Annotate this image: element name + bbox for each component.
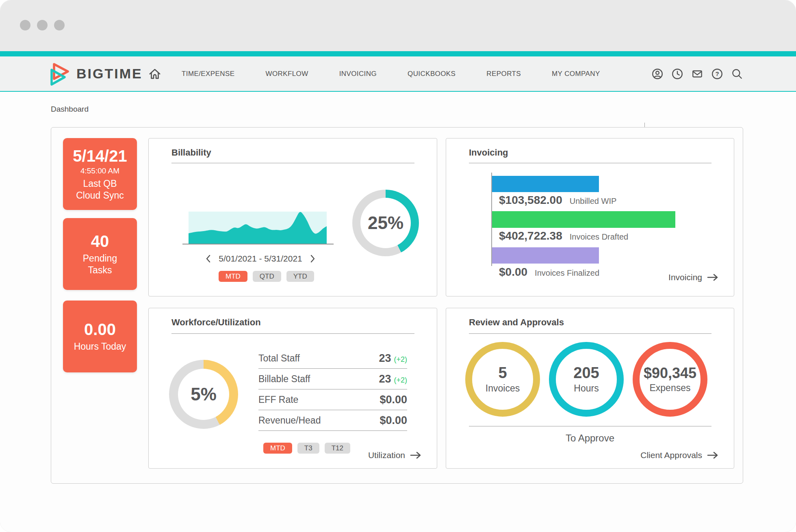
pending-tasks-card[interactable]: 40 Pending Tasks (63, 218, 137, 290)
home-icon (148, 67, 162, 81)
divider (171, 333, 414, 334)
invoices-drafted-amount: $402,722.38 (499, 229, 562, 242)
bigtime-logo[interactable]: BIGTIME (49, 56, 143, 91)
to-approve-caption: To Approve (446, 433, 734, 444)
invoices-finalized-label: Invoices Finalized (535, 268, 599, 278)
workforce-range-buttons: MTD T3 T12 (263, 443, 350, 454)
window-dot (20, 20, 30, 30)
invoicing-title: Invoicing (469, 147, 508, 158)
approval-ring: 5 Invoices (465, 342, 540, 417)
table-row: Billable Staff 23(+2) (258, 369, 407, 389)
window-dot (37, 20, 48, 30)
account-icon[interactable] (651, 67, 664, 80)
date-navigator: 5/01/2021 - 5/31/2021 (206, 254, 315, 264)
sync-label: Last QB Cloud Sync (76, 178, 124, 201)
navbar: BIGTIME TIME/EXPENSE WORKFLOW INVOICING … (0, 56, 796, 92)
invoicing-link[interactable]: Invoicing (668, 272, 718, 282)
nav-item-quickbooks[interactable]: QUICKBOOKS (408, 70, 455, 78)
browser-chrome (0, 0, 796, 51)
t3-button[interactable]: T3 (297, 443, 319, 454)
invoices-to-approve-count: 5 (498, 365, 507, 382)
bar-label-row: $402,722.38 Invoices Drafted (499, 229, 628, 242)
divider (469, 163, 711, 163)
row-delta: (+2) (394, 355, 407, 364)
mail-icon[interactable] (691, 67, 704, 80)
search-icon[interactable] (731, 67, 744, 80)
nav-item-reports[interactable]: REPORTS (486, 70, 521, 78)
divider (469, 426, 711, 426)
breadcrumb: Dashboard (51, 105, 89, 114)
sync-date: 5/14/21 (73, 147, 127, 165)
billability-percent: 25% (360, 198, 411, 248)
sparkline-path (189, 212, 327, 244)
review-approvals-panel: Review and Approvals 5 Invoices 205 Hour… (446, 308, 734, 469)
nav-item-invoicing[interactable]: INVOICING (339, 70, 377, 78)
utilization-link[interactable]: Utilization (368, 450, 421, 460)
utilization-link-label: Utilization (368, 450, 405, 460)
t12-button[interactable]: T12 (325, 443, 350, 454)
table-row: EFF Rate $0.00 (258, 389, 407, 410)
nav-home[interactable] (148, 56, 162, 91)
prev-period-chevron[interactable] (206, 254, 211, 263)
row-value: $0.00 (380, 414, 407, 427)
billability-panel: Billability 5/01/2021 - 5/31/2021 MTD QT… (148, 138, 437, 296)
approval-ring: $90,345 Expenses (633, 342, 707, 417)
billability-area-chart (189, 203, 327, 244)
arrow-right-icon (410, 452, 421, 459)
expenses-to-approve-amount: $90,345 (644, 365, 696, 381)
billability-title: Billability (171, 147, 211, 158)
divider (171, 163, 414, 163)
hours-to-approve-count: 205 (573, 365, 599, 382)
invoice-bar (492, 176, 599, 192)
workforce-donut: 5% (169, 360, 238, 429)
mtd-button[interactable]: MTD (219, 271, 247, 282)
invoice-bar (492, 247, 599, 264)
workforce-table: Total Staff 23(+2) Billable Staff 23(+2)… (258, 348, 407, 431)
chart-baseline (182, 244, 334, 244)
table-row: Total Staff 23(+2) (258, 348, 407, 369)
bar-label-row: $0.00 Invoices Finalized (499, 266, 599, 279)
invoice-bar (492, 211, 675, 228)
nav-item-my-company[interactable]: MY COMPANY (552, 70, 600, 78)
invoicing-panel: Invoicing $103,582.00 Unbilled WIP $402,… (446, 138, 734, 296)
invoices-drafted-label: Invoices Drafted (570, 232, 629, 242)
workforce-percent: 5% (178, 369, 229, 420)
approval-ring: 205 Hours (549, 342, 624, 417)
nav-links: TIME/EXPENSE WORKFLOW INVOICING QUICKBOO… (182, 56, 600, 91)
client-approvals-link-label: Client Approvals (640, 450, 702, 460)
invoices-finalized-amount: $0.00 (499, 266, 527, 279)
window-dot (54, 20, 65, 30)
clock-icon[interactable] (671, 67, 684, 80)
client-approvals-link[interactable]: Client Approvals (640, 450, 718, 460)
qtd-button[interactable]: QTD (253, 271, 281, 282)
row-value: 23 (379, 373, 391, 385)
hours-today-count: 0.00 (84, 320, 116, 338)
help-icon[interactable]: ? (711, 67, 724, 80)
ytd-button[interactable]: YTD (286, 271, 314, 282)
nav-item-time-expense[interactable]: TIME/EXPENSE (182, 70, 234, 78)
divider (469, 333, 711, 334)
nav-item-workflow[interactable]: WORKFLOW (265, 70, 308, 78)
hours-today-card[interactable]: 0.00 Hours Today (63, 301, 137, 372)
table-row: Revenue/Head $0.00 (258, 410, 407, 431)
row-value: 23 (379, 352, 391, 365)
row-label: Total Staff (258, 353, 300, 364)
mtd-button[interactable]: MTD (263, 443, 292, 454)
invoicing-link-label: Invoicing (668, 272, 702, 282)
next-period-chevron[interactable] (310, 254, 315, 263)
billability-range-buttons: MTD QTD YTD (219, 271, 314, 282)
arrow-right-icon (707, 274, 718, 281)
row-label: Revenue/Head (258, 415, 321, 426)
bigtime-logo-mark (49, 62, 72, 86)
row-delta: (+2) (394, 376, 407, 385)
svg-text:?: ? (715, 70, 719, 77)
hours-ring-label: Hours (574, 383, 599, 394)
hours-today-label: Hours Today (74, 341, 126, 353)
expenses-ring-label: Expenses (649, 383, 690, 394)
unbilled-wip-amount: $103,582.00 (499, 194, 562, 207)
sync-time: 4:55:00 AM (80, 167, 119, 175)
pending-tasks-count: 40 (91, 232, 109, 250)
unbilled-wip-label: Unbilled WIP (570, 197, 617, 206)
bar-label-row: $103,582.00 Unbilled WIP (499, 194, 616, 207)
pending-tasks-label: Pending Tasks (83, 253, 117, 276)
